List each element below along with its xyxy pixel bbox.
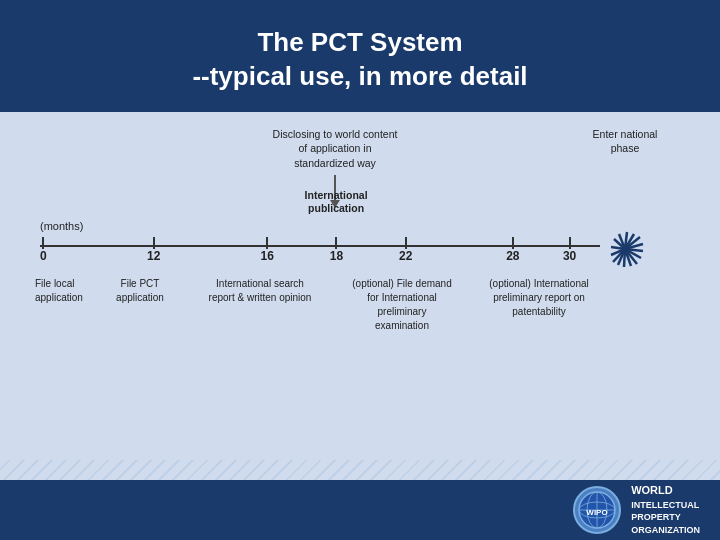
month-22: 22 (399, 237, 412, 263)
page-wrapper: The PCT System --typical use, in more de… (0, 0, 720, 540)
enter-national-label: Enter national phase (585, 127, 665, 156)
wipo-logo-area: WIPO World Intellectual Property Organiz… (573, 483, 700, 536)
wipo-text-block: World Intellectual Property Organization (631, 483, 700, 536)
starburst (605, 217, 670, 286)
svg-text:WIPO: WIPO (587, 508, 608, 517)
intl-pub-label: International publication (291, 189, 381, 216)
desc-intl-search: International search report & written op… (205, 277, 315, 305)
desc-file-pct: File PCT application (100, 277, 180, 305)
wipo-circle-logo: WIPO (573, 486, 621, 534)
months-label: (months) (40, 220, 83, 232)
month-18: 18 (330, 237, 343, 263)
content-area: Disclosing to world content of applicati… (0, 112, 720, 540)
month-28: 28 (506, 237, 519, 263)
header: The PCT System --typical use, in more de… (0, 8, 720, 112)
month-30: 30 (563, 237, 576, 263)
top-bar (0, 0, 720, 8)
month-16: 16 (261, 237, 274, 263)
page-title: The PCT System --typical use, in more de… (30, 26, 690, 94)
footer: WIPO World Intellectual Property Organiz… (0, 480, 720, 540)
content-inner: Disclosing to world content of applicati… (0, 112, 720, 540)
month-12: 12 (147, 237, 160, 263)
desc-optional-demand: (optional) File demand for International… (352, 277, 452, 333)
month-0: 0 (40, 237, 47, 263)
desc-optional-prelim: (optional) International preliminary rep… (484, 277, 594, 319)
